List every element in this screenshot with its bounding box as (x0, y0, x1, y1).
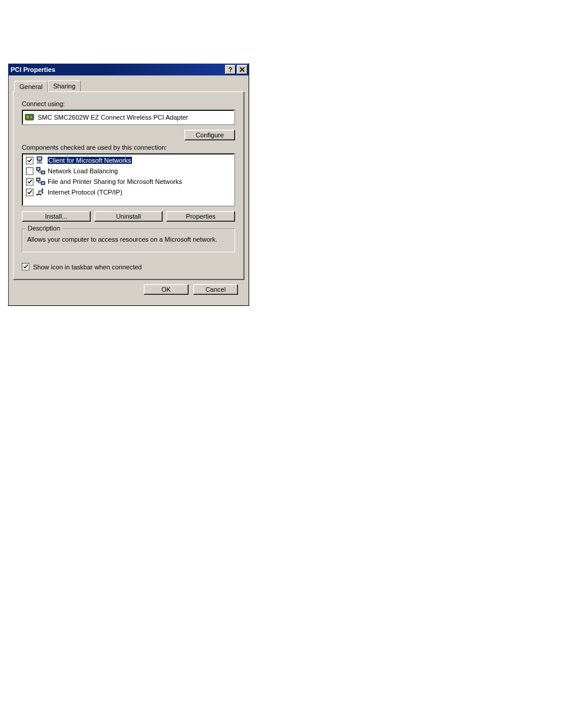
components-listbox[interactable]: Client for Microsoft NetworksNetwork Loa… (22, 153, 235, 206)
titlebar[interactable]: PCI Properties ? (8, 64, 249, 75)
uninstall-button[interactable]: Uninstall (94, 211, 163, 222)
component-label: Network Load Balancing (48, 167, 118, 174)
description-text: Allows your computer to access resources… (27, 235, 230, 243)
component-buttons-row: Install... Uninstall Properties (22, 211, 235, 222)
show-icon-row: Show icon in taskbar when connected (22, 263, 235, 271)
description-legend: Description (26, 225, 62, 232)
connect-using-label: Connect using: (22, 100, 235, 107)
show-icon-checkbox[interactable] (22, 263, 29, 271)
svg-rect-3 (26, 120, 33, 121)
nic-card-icon (25, 113, 34, 122)
uninstall-button-label: Uninstall (116, 213, 141, 220)
protocol-icon (36, 187, 45, 197)
tab-panel-general: Connect using: SMC SMC2602W EZ Connect W… (13, 91, 244, 279)
adapter-name: SMC SMC2602W EZ Connect Wireless PCI Ada… (38, 114, 189, 121)
adapter-field: SMC SMC2602W EZ Connect Wireless PCI Ada… (22, 110, 235, 125)
show-icon-label: Show icon in taskbar when connected (33, 263, 142, 271)
client-area: General Sharing Connect using: SMC SMC26… (8, 75, 249, 305)
window-title: PCI Properties (11, 66, 225, 73)
list-item[interactable]: File and Printer Sharing for Microsoft N… (25, 176, 232, 187)
tab-general[interactable]: General (14, 81, 48, 92)
tab-sharing-label: Sharing (53, 83, 75, 90)
svg-rect-2 (30, 116, 32, 118)
client-icon (36, 156, 45, 165)
help-icon: ? (229, 67, 232, 73)
help-button[interactable]: ? (225, 65, 236, 74)
dialog-buttons: OK Cancel (13, 279, 244, 301)
component-label: Client for Microsoft Networks (48, 157, 132, 164)
svg-point-18 (42, 189, 44, 190)
component-checkbox[interactable] (26, 157, 34, 164)
install-button-label: Install... (45, 213, 67, 220)
properties-button[interactable]: Properties (166, 211, 235, 222)
component-label: File and Printer Sharing for Microsoft N… (48, 178, 182, 185)
svg-rect-11 (42, 172, 44, 173)
tab-strip: General Sharing (14, 79, 244, 91)
service-icon (36, 177, 45, 186)
titlebar-buttons: ? (225, 65, 247, 74)
properties-button-label: Properties (186, 213, 216, 220)
svg-point-17 (40, 194, 42, 196)
svg-rect-5 (38, 157, 41, 160)
close-icon (240, 67, 244, 72)
cancel-button-label: Cancel (206, 286, 226, 293)
configure-row: Configure (22, 130, 235, 140)
svg-rect-9 (37, 168, 39, 170)
service-icon (36, 166, 45, 176)
list-item[interactable]: Network Load Balancing (25, 166, 232, 176)
list-item[interactable]: Internet Protocol (TCP/IP) (25, 187, 232, 197)
configure-button-label: Configure (196, 131, 224, 139)
configure-button[interactable]: Configure (184, 130, 235, 140)
svg-rect-15 (42, 182, 44, 184)
list-item[interactable]: Client for Microsoft Networks (25, 155, 232, 166)
tab-sharing[interactable]: Sharing (48, 80, 81, 91)
component-checkbox[interactable] (26, 189, 34, 196)
components-label: Components checked are used by this conn… (22, 144, 235, 151)
tab-general-label: General (19, 83, 42, 90)
cancel-button[interactable]: Cancel (193, 284, 238, 295)
svg-point-19 (42, 192, 44, 194)
component-label: Internet Protocol (TCP/IP) (48, 189, 123, 196)
install-button[interactable]: Install... (22, 211, 91, 222)
properties-dialog: PCI Properties ? General Sharing Connect… (8, 63, 249, 306)
ok-button[interactable]: OK (144, 284, 189, 295)
component-checkbox[interactable] (26, 178, 34, 186)
svg-rect-7 (37, 162, 42, 163)
description-groupbox: Description Allows your computer to acce… (22, 229, 235, 252)
ok-button-label: OK (161, 286, 171, 293)
component-checkbox[interactable] (26, 167, 34, 175)
svg-rect-1 (27, 116, 29, 118)
close-button[interactable] (237, 65, 247, 74)
svg-point-16 (37, 194, 38, 196)
svg-rect-13 (37, 179, 39, 180)
